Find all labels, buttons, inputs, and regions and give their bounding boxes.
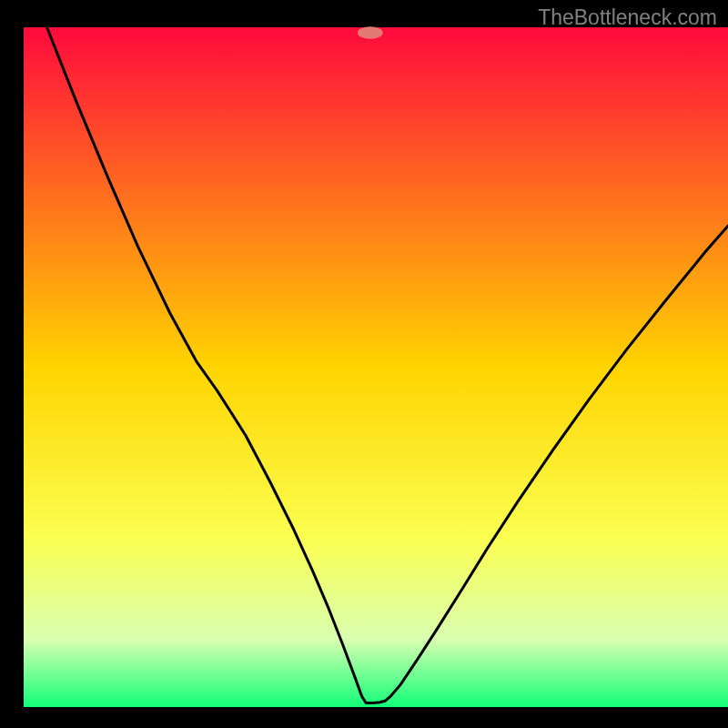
optimal-marker: [358, 26, 383, 38]
bottleneck-chart: [0, 0, 728, 728]
plot-background: [24, 27, 728, 707]
attribution-text: TheBottleneck.com: [538, 5, 717, 30]
chart-container: [0, 0, 728, 728]
